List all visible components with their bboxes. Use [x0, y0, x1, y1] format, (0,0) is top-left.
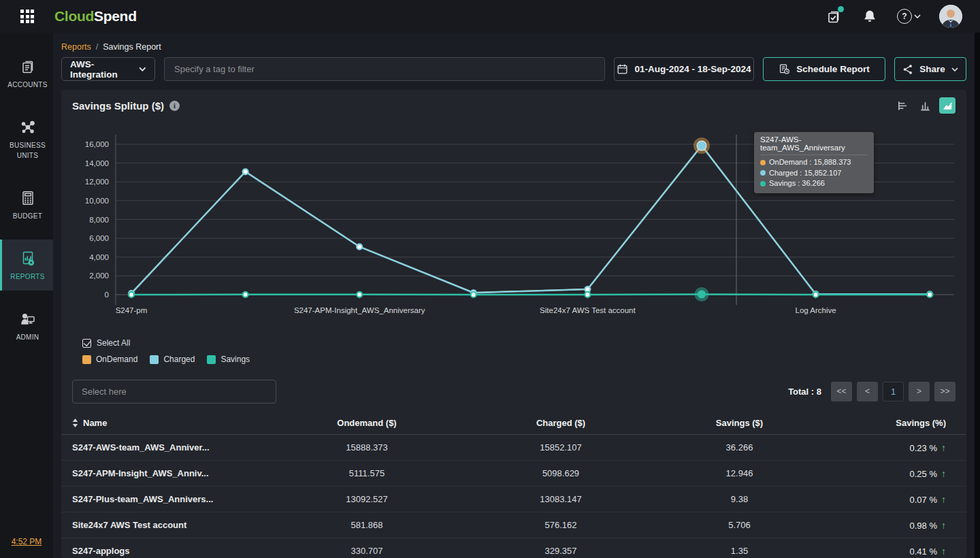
data-point-savings[interactable] [813, 292, 819, 297]
savings-value-cell: 12.946 [663, 468, 816, 478]
sidebar-item-business-units[interactable]: BUSINESS UNITS [0, 108, 53, 169]
select-all-toggle[interactable]: Select All [82, 336, 966, 350]
share-button[interactable]: Share [894, 57, 966, 81]
legend-item-charged[interactable]: Charged [150, 355, 195, 364]
reports-gear-icon [19, 250, 37, 267]
charged-swatch-icon [150, 355, 159, 364]
sidebar: ACCOUNTS BUSINESS UNITS BUDGET REPORTS [0, 33, 53, 558]
schedule-report-icon [779, 63, 790, 75]
sidebar-item-accounts[interactable]: ACCOUNTS [0, 48, 53, 99]
trend-up-arrow-icon: ↑ [941, 494, 946, 505]
pagination-first-button[interactable]: << [831, 382, 852, 401]
chart-header: Savings Splitup ($) i [61, 90, 966, 121]
business-units-network-icon [19, 118, 37, 136]
trend-up-arrow-icon: ↑ [941, 468, 946, 479]
chart-legend: Select All OnDemand Charged Savings [61, 333, 966, 367]
breadcrumb: Reports / Savings Report [61, 41, 966, 53]
total-count-label: Total : 8 [788, 387, 821, 397]
column-header-charged[interactable]: Charged ($) [459, 418, 663, 428]
sidebar-item-budget[interactable]: BUDGET [0, 179, 53, 230]
column-header-savings[interactable]: Savings ($) [663, 418, 816, 428]
charged-value-cell: 15852.107 [459, 442, 663, 453]
y-axis-label: 10,000 [85, 197, 109, 205]
help-menu[interactable]: ? [897, 9, 921, 24]
tag-filter-input[interactable] [164, 57, 605, 81]
data-point-savings[interactable] [471, 292, 476, 297]
sidebar-item-reports[interactable]: REPORTS [0, 240, 53, 291]
table-row[interactable]: S247-applogs330.707329.3571.350.41 %↑ [61, 538, 966, 558]
data-point-charged[interactable] [243, 169, 248, 174]
tooltip-title: S247-AWS-team_AWS_Anniversary [760, 135, 868, 155]
help-icon: ? [897, 9, 912, 24]
legend-item-ondemand[interactable]: OnDemand [82, 355, 137, 364]
column-chart-icon[interactable] [917, 97, 933, 114]
integration-dropdown-value: AWS-Integration [70, 59, 139, 80]
trend-up-arrow-icon: ↑ [941, 520, 946, 531]
account-search-input[interactable] [72, 380, 276, 404]
table-header-row: Name Ondemand ($) Charged ($) Savings ($… [61, 412, 966, 435]
line-chart-icon[interactable] [939, 97, 956, 114]
y-axis-label: 2,000 [89, 272, 109, 280]
tooltip-row: Charged : 15,852.107 [760, 168, 868, 179]
logo-spend: Spend [94, 8, 137, 24]
savings-swatch-icon [207, 355, 216, 364]
data-point-savings[interactable] [927, 292, 932, 297]
pagination-last-button[interactable]: >> [934, 382, 956, 401]
savings-value-cell: 1.35 [663, 546, 816, 556]
pagination-page-1-button[interactable]: 1 [883, 382, 904, 401]
column-header-name[interactable]: Name [72, 418, 275, 428]
data-point-savings[interactable] [357, 292, 362, 297]
hovered-point-savings[interactable] [698, 290, 706, 298]
charged-value-cell: 5098.629 [459, 468, 663, 478]
report-check-notification-icon[interactable] [825, 7, 843, 25]
account-name-cell: S247-Plus-team_AWS_Annivers... [72, 494, 275, 504]
legend-item-savings[interactable]: Savings [207, 355, 250, 364]
top-bar: CloudSpend ? [0, 0, 980, 33]
select-all-checkbox[interactable] [82, 339, 91, 348]
y-axis-label: 16,000 [85, 140, 109, 148]
tooltip-row: Savings : 36.266 [760, 178, 868, 189]
pagination-next-button[interactable]: > [909, 382, 930, 401]
integration-dropdown[interactable]: AWS-Integration [61, 57, 155, 81]
savings-pct-cell: 0.07 %↑ [816, 494, 956, 505]
help-glyph: ? [902, 12, 906, 21]
horizontal-bar-chart-icon[interactable] [894, 97, 911, 114]
account-name-cell: S247-AWS-team_AWS_Anniver... [72, 442, 275, 453]
chart-view-toggles [894, 97, 956, 114]
accounts-docs-icon [19, 58, 37, 76]
breadcrumb-reports-link[interactable]: Reports [61, 42, 91, 52]
app-logo: CloudSpend [54, 8, 137, 24]
table-row[interactable]: S247-APM-Insight_AWS_Anniv...5111.575509… [61, 461, 966, 487]
sidebar-item-admin[interactable]: ADMIN [0, 300, 53, 351]
apps-grid-icon[interactable] [20, 10, 34, 23]
table-row[interactable]: Site24x7 AWS Test account581.868576.1625… [61, 512, 966, 538]
data-point-savings[interactable] [585, 292, 590, 297]
savings-pct-cell: 0.98 %↑ [816, 520, 956, 531]
chart-title: Savings Splitup ($) [72, 100, 164, 112]
charged-value-cell: 329.357 [459, 546, 663, 556]
bell-icon[interactable] [861, 7, 879, 25]
table-row[interactable]: S247-AWS-team_AWS_Anniver...15888.373158… [61, 435, 966, 461]
sidebar-item-label: ACCOUNTS [7, 80, 48, 90]
account-name-cell: S247-APM-Insight_AWS_Anniv... [72, 468, 275, 478]
user-avatar[interactable] [939, 5, 962, 28]
schedule-report-button[interactable]: Schedule Report [763, 57, 885, 81]
hovered-point-charged[interactable] [697, 141, 706, 150]
column-header-savings-pct[interactable]: Savings (%) [816, 418, 956, 428]
savings-dot-icon [760, 181, 766, 186]
data-point-savings[interactable] [129, 292, 134, 297]
date-range-picker[interactable]: 01-Aug-2024 - 18-Sep-2024 [614, 57, 754, 81]
data-point-charged[interactable] [357, 244, 362, 250]
chevron-down-icon [951, 67, 958, 71]
savings-pct-cell: 0.25 %↑ [816, 468, 956, 479]
data-point-savings[interactable] [243, 292, 248, 297]
ondemand-value-cell: 5111.575 [275, 468, 459, 478]
pagination-prev-button[interactable]: < [857, 382, 878, 401]
info-icon[interactable]: i [169, 101, 180, 111]
page-scrollbar[interactable] [975, 33, 980, 558]
date-range-value: 01-Aug-2024 - 18-Sep-2024 [634, 64, 751, 74]
savings-value-cell: 5.706 [663, 520, 816, 530]
table-row[interactable]: S247-Plus-team_AWS_Annivers...13092.5271… [61, 487, 966, 512]
sidebar-item-label: REPORTS [10, 272, 44, 282]
column-header-ondemand[interactable]: Ondemand ($) [275, 418, 459, 428]
